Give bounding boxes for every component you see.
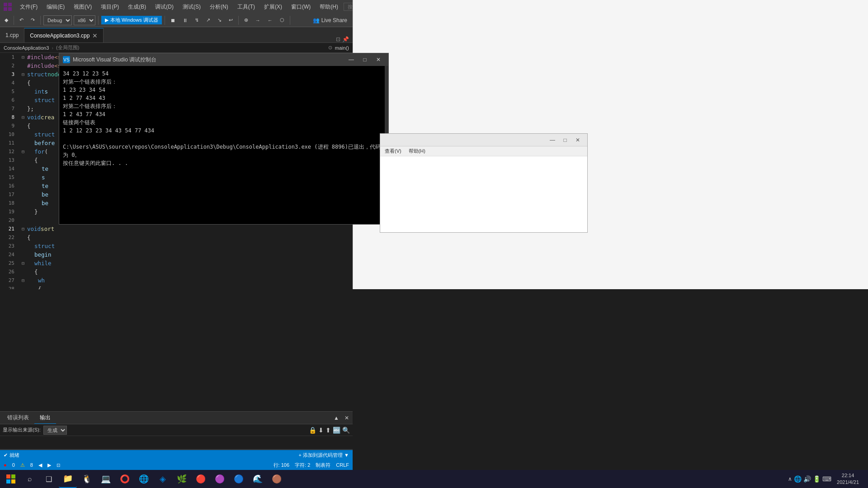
console-close[interactable]: ✕ (372, 53, 385, 66)
console-win-buttons: — □ ✕ (345, 53, 385, 66)
tray-network-icon[interactable]: 🌐 (794, 475, 802, 483)
vscode-icon: ◈ (160, 474, 166, 484)
console-titlebar[interactable]: VS Microsoft Visual Studio 调试控制台 — □ ✕ (59, 53, 388, 66)
search-input[interactable] (344, 3, 353, 11)
taskbar-vscode[interactable]: ◈ (154, 470, 172, 488)
code-line-23: struct (22, 242, 353, 250)
svg-rect-5 (11, 474, 15, 479)
second-window[interactable]: — □ ✕ 查看(V) 帮助(H) (380, 133, 588, 233)
sw-maximize[interactable]: □ (559, 134, 571, 146)
status-add-code[interactable]: + 添加到源代码管理 ▼ (299, 452, 349, 459)
menu-debug[interactable]: 调试(D) (151, 2, 177, 12)
menu-test[interactable]: 测试(S) (179, 2, 204, 12)
tab-close-button[interactable]: ✕ (92, 32, 98, 39)
toolbar-redo[interactable]: ↷ (28, 16, 38, 24)
output-btn4[interactable]: 🔤 (333, 427, 340, 434)
second-window-titlebar[interactable]: — □ ✕ (380, 134, 587, 146)
breadcrumb-sep1: › (52, 45, 53, 51)
app3-icon: 🟣 (215, 474, 225, 484)
taskbar-file-explorer[interactable]: 📁 (59, 470, 77, 488)
menu-build[interactable]: 生成(B) (124, 2, 150, 12)
toolbar-btn7[interactable]: ⊕ (241, 16, 251, 24)
menu-extensions[interactable]: 扩展(X) (260, 2, 286, 12)
menu-project[interactable]: 项目(P) (97, 2, 123, 12)
taskbar-app5[interactable]: 🌊 (249, 470, 267, 488)
breadcrumb-project[interactable]: ConsoleApplication3 (4, 45, 49, 51)
status-nav-next[interactable]: ▶ (47, 462, 51, 468)
tab-1cpp[interactable]: 1.cpp (0, 28, 24, 42)
sw-minimize[interactable]: — (547, 134, 558, 146)
output-tab-errors[interactable]: 错误列表 (2, 412, 34, 423)
toolbar: ◆ ↶ ↷ Debug x86 ▶ 本地 Windows 调试器 ⏹ ⏸ ↯ ↗… (0, 14, 353, 27)
live-share-button[interactable]: 👥 Live Share (309, 16, 351, 24)
taskbar-task-view[interactable]: ❑ (40, 470, 58, 488)
taskbar-app6[interactable]: 🟤 (268, 470, 286, 488)
output-panel-close[interactable]: ✕ (343, 414, 351, 422)
output-tab-output[interactable]: 输出 (34, 412, 56, 424)
taskbar-app3[interactable]: 🟣 (211, 470, 229, 488)
toolbar-btn5[interactable]: ↘ (215, 16, 224, 24)
tray-battery-icon[interactable]: 🔋 (813, 475, 821, 483)
taskbar-app2[interactable]: 🔴 (192, 470, 210, 488)
output-source-select[interactable]: 生成 (43, 426, 67, 435)
console-output[interactable]: 34 23 12 23 54 对第一个链表排序后： 1 23 23 34 54 … (59, 66, 385, 224)
tab-actions: ⊡ 📌 (336, 36, 353, 42)
start-button[interactable] (2, 470, 20, 488)
tab-consolecpp[interactable]: ConsoleApplication3.cpp ✕ (24, 28, 104, 42)
tray-volume-icon[interactable]: 🔊 (803, 475, 811, 483)
second-window-content (380, 156, 587, 232)
menu-help[interactable]: 帮助(H) (316, 2, 342, 12)
toolbar-btn8[interactable]: → (253, 17, 263, 24)
taskbar-chrome[interactable]: 🌐 (135, 470, 153, 488)
output-btn5[interactable]: 🔍 (342, 427, 350, 434)
tray-clock[interactable]: 22:14 2021/4/21 (833, 472, 863, 486)
svg-rect-6 (6, 479, 10, 483)
toolbar-btn9[interactable]: ← (265, 17, 275, 24)
breadcrumb-scope[interactable]: (全局范围) (56, 44, 79, 51)
toolbar-btn4[interactable]: ↗ (203, 16, 213, 24)
taskbar-tray: ∧ 🌐 🔊 🔋 ⌨ 22:14 2021/4/21 (788, 472, 866, 486)
toolbar-btn1[interactable]: ⏹ (168, 17, 178, 24)
console-maximize[interactable]: □ (359, 53, 371, 66)
taskbar-mycomp[interactable]: 💻 (97, 470, 115, 488)
tab-split-icon[interactable]: ⊡ (336, 36, 340, 42)
taskbar-penguin[interactable]: 🐧 (78, 470, 96, 488)
taskbar-office[interactable]: ⭕ (116, 470, 134, 488)
menu-analyze[interactable]: 分析(N) (206, 2, 232, 12)
sw-menu-item1[interactable]: 查看(V) (382, 147, 404, 155)
toolbar-btn6[interactable]: ↩ (226, 16, 236, 24)
debug-config-dropdown[interactable]: Debug (43, 15, 72, 25)
toolbar-btn3[interactable]: ↯ (192, 16, 202, 24)
sw-menu-item2[interactable]: 帮助(H) (406, 147, 428, 155)
menu-window[interactable]: 窗口(W) (288, 2, 314, 12)
platform-dropdown[interactable]: x86 (74, 15, 95, 25)
taskbar-app1[interactable]: 🌿 (173, 470, 191, 488)
toolbar-btn10[interactable]: ⬡ (277, 16, 287, 24)
sw-close[interactable]: ✕ (572, 134, 584, 146)
output-panel-up[interactable]: ▲ (332, 414, 341, 422)
console-line-9: C:\Users\ASUS\source\repos\ConsoleApplic… (63, 143, 381, 159)
toolbar-btn2[interactable]: ⏸ (180, 17, 190, 24)
output-btn2[interactable]: ⬇ (318, 427, 324, 434)
run-button[interactable]: ▶ 本地 Windows 调试器 (101, 16, 162, 24)
tab-pin-icon[interactable]: 📌 (342, 36, 349, 42)
toolbar-undo[interactable]: ↶ (17, 16, 26, 24)
taskbar-search[interactable]: ⌕ (21, 470, 39, 488)
live-share-icon: 👥 (313, 17, 320, 23)
menu-tools[interactable]: 工具(T) (234, 2, 259, 12)
tray-chevron[interactable]: ∧ (788, 476, 792, 482)
toolbar-new[interactable]: ◆ (2, 16, 11, 24)
debug-console[interactable]: VS Microsoft Visual Studio 调试控制台 — □ ✕ 3… (59, 53, 389, 225)
code-line-24: begin (22, 250, 353, 259)
tray-keyboard-icon[interactable]: ⌨ (822, 475, 831, 483)
menu-view[interactable]: 视图(V) (70, 2, 95, 12)
output-btn3[interactable]: ⬆ (326, 427, 331, 434)
output-btn1[interactable]: 🔒 (309, 427, 316, 434)
breadcrumb-function[interactable]: main() (335, 45, 349, 51)
status-line: 行: 106 (274, 462, 289, 469)
menu-file[interactable]: 文件(F) (16, 2, 41, 12)
status-nav-prev[interactable]: ◀ (38, 462, 42, 468)
menu-edit[interactable]: 编辑(E) (43, 2, 68, 12)
taskbar-app4[interactable]: 🔵 (230, 470, 248, 488)
console-minimize[interactable]: — (345, 53, 358, 66)
